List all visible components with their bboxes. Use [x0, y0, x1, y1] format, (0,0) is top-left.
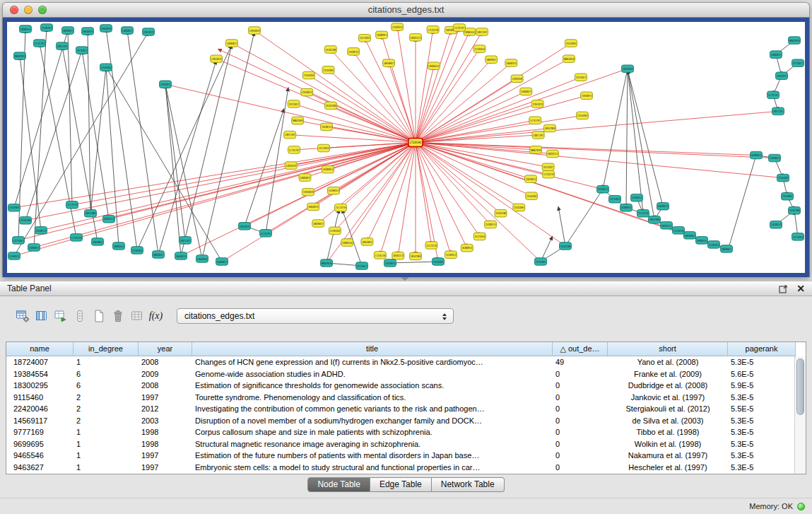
column-header-short[interactable]: short [608, 342, 728, 356]
graph-node[interactable]: 16648374 [657, 202, 669, 210]
graph-node[interactable]: 10871297 [57, 42, 69, 50]
show-columns-icon[interactable] [32, 308, 51, 325]
graph-node[interactable]: 20732627 [575, 74, 587, 81]
graph-node[interactable]: 20732627 [792, 59, 804, 67]
graph-node[interactable]: 19084554 [113, 243, 125, 250]
graph-node[interactable]: 15274043 [609, 195, 621, 203]
graph-node[interactable]: 21926974 [384, 259, 396, 267]
graph-node[interactable]: 9862919 [14, 52, 26, 60]
graph-node[interactable]: 18347089 [649, 216, 661, 224]
graph-node[interactable]: 18305213 [661, 222, 673, 230]
graph-node[interactable]: 21195043 [41, 24, 53, 32]
graph-node[interactable]: 17135278 [374, 252, 386, 259]
import-table-icon[interactable] [127, 308, 146, 325]
graph-node[interactable]: 10871297 [772, 107, 784, 115]
graph-node[interactable]: 23102695 [565, 40, 577, 47]
graph-node[interactable]: 25038753 [770, 221, 782, 229]
graph-node[interactable]: 18839057 [486, 56, 498, 64]
graph-node[interactable]: 15269313 [445, 251, 457, 259]
graph-node[interactable]: 23102695 [782, 192, 794, 200]
graph-node[interactable]: 25038753 [321, 123, 333, 131]
graph-node[interactable]: 18839057 [312, 220, 324, 228]
graph-node[interactable]: 21195043 [473, 45, 486, 53]
graph-node[interactable]: 21926974 [581, 92, 593, 100]
column-header-out_de[interactable]: △ out_de… [553, 342, 608, 356]
graph-node[interactable]: 20732627 [288, 100, 300, 108]
graph-node[interactable]: 15274043 [318, 144, 330, 152]
column-header-name[interactable]: name [6, 342, 73, 356]
graph-node[interactable]: 18347089 [85, 209, 97, 217]
graph-node[interactable]: 16380913 [322, 165, 334, 173]
graph-node[interactable]: 18305213 [392, 252, 404, 259]
graph-node[interactable]: 16380913 [751, 151, 763, 159]
graph-node[interactable]: 11731797 [288, 146, 300, 154]
graph-node[interactable]: 11731797 [767, 91, 779, 99]
tab-node-table[interactable]: Node Table [307, 477, 370, 492]
table-row[interactable]: 911546021997Tourette syndrome. Phenomeno… [6, 392, 806, 404]
graph-node[interactable]: 21926974 [301, 88, 313, 96]
graph-node[interactable]: 16380913 [461, 244, 473, 252]
graph-node[interactable]: 15950059 [100, 25, 112, 33]
graph-node[interactable]: 23102695 [8, 204, 20, 211]
graph-node[interactable]: 16959942 [92, 238, 104, 246]
graph-node[interactable]: 16648374 [175, 252, 187, 260]
graph-node[interactable]: 24162188 [789, 206, 801, 214]
graph-node[interactable]: 15274043 [13, 237, 25, 245]
tab-edge-table[interactable]: Edge Table [370, 477, 432, 492]
graph-node[interactable]: 18839057 [721, 245, 733, 253]
graph-node[interactable]: 21173776 [335, 204, 347, 211]
graph-node[interactable]: 12953070 [143, 28, 155, 36]
graph-node[interactable]: 14684872 [299, 174, 311, 182]
graph-node[interactable]: 10871297 [476, 28, 488, 36]
graph-node[interactable]: 24162188 [325, 102, 337, 110]
network-window-titlebar[interactable]: citations_edges.txt [2, 2, 810, 18]
scrollbar-thumb[interactable] [796, 358, 804, 415]
graph-node[interactable]: 24162188 [20, 217, 32, 225]
graph-node[interactable]: 17135278 [71, 234, 83, 242]
graph-node[interactable]: 17135278 [673, 227, 685, 235]
graph-node[interactable]: 18305213 [103, 216, 115, 223]
table-row[interactable]: 2242004622012Investigating the contribut… [6, 403, 806, 415]
close-window-button[interactable] [10, 6, 18, 14]
graph-node[interactable]: 21926974 [769, 154, 781, 162]
graph-node[interactable]: 16648374 [505, 59, 517, 67]
graph-node[interactable]: 23102695 [322, 66, 334, 74]
graph-node[interactable]: 11731797 [454, 24, 466, 32]
graph-node[interactable]: 22544363 [302, 71, 314, 79]
network-canvas[interactable]: 1830521317135278169599421908455421195043… [7, 22, 805, 273]
graph-node[interactable]: 18347089 [544, 124, 556, 132]
graph-node[interactable]: 10871297 [532, 132, 544, 139]
zoom-window-button[interactable] [38, 6, 47, 14]
graph-node[interactable]: 24162188 [324, 46, 336, 54]
graph-node[interactable]: 21195043 [708, 241, 720, 249]
table-row[interactable]: 1872400712008Changes of HCN gene express… [6, 356, 806, 368]
graph-node[interactable]: 16959942 [383, 59, 395, 67]
graph-node[interactable]: 9862919 [530, 146, 542, 154]
graph-node[interactable]: 15950059 [196, 255, 208, 263]
graph-node[interactable]: 16648374 [307, 203, 319, 211]
vertical-scrollbar[interactable] [794, 356, 806, 474]
graph-node[interactable]: 22544363 [433, 258, 445, 266]
graph-node[interactable]: 24162188 [560, 243, 572, 250]
minimize-window-button[interactable] [24, 6, 33, 14]
graph-node[interactable]: 19084554 [341, 239, 353, 247]
graph-node[interactable]: 18839057 [62, 27, 74, 35]
graph-node[interactable]: 16380913 [28, 244, 40, 252]
new-file-icon[interactable] [89, 308, 108, 325]
graph-node[interactable]: 12953070 [239, 223, 251, 230]
column-mode-icon[interactable] [70, 308, 89, 325]
graph-node[interactable]: 18839057 [153, 251, 165, 259]
graph-node[interactable]: 18347089 [410, 252, 422, 260]
graph-node[interactable]: 15269313 [392, 23, 404, 31]
graph-node[interactable]: 20732627 [356, 262, 368, 270]
graph-node[interactable]: 14684872 [226, 40, 238, 47]
table-row[interactable]: 1830029562008Estimation of significance … [6, 380, 806, 392]
graph-node[interactable]: 25038753 [348, 48, 360, 56]
graph-node[interactable]: 9862919 [563, 55, 575, 63]
graph-node[interactable]: 18305213 [547, 150, 559, 158]
graph-node[interactable]: 24162188 [495, 209, 507, 217]
graph-node[interactable]: 15950059 [249, 27, 261, 35]
graph-node[interactable]: 14684872 [216, 258, 228, 266]
graph-node[interactable]: 16648374 [82, 28, 94, 35]
graph-node[interactable]: 9862919 [321, 259, 333, 267]
